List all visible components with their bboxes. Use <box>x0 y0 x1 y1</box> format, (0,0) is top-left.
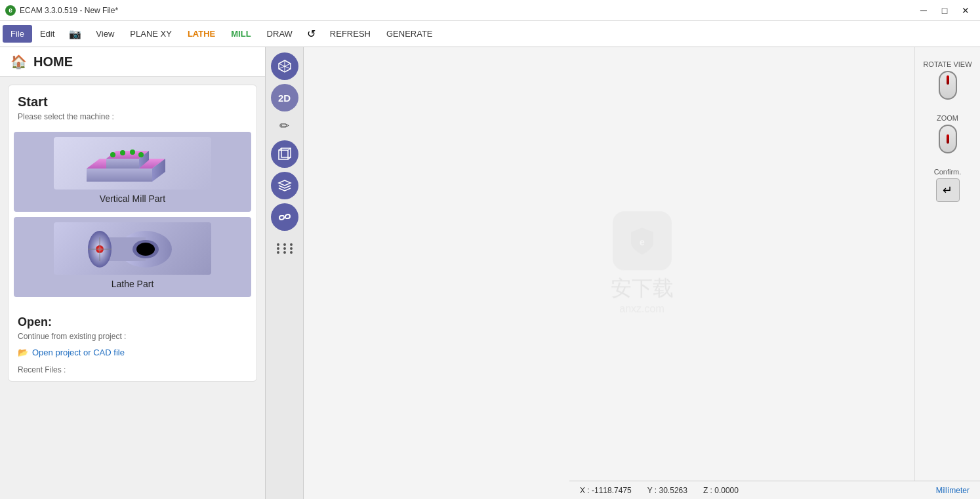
link-icon <box>277 210 292 224</box>
maximize-button[interactable]: □ <box>935 4 954 17</box>
app-icon <box>5 5 16 16</box>
box-icon <box>277 147 292 161</box>
rotate-view-group: ROTATE VIEW <box>923 60 971 104</box>
open-title: Open: <box>18 315 247 329</box>
menu-refresh-icon[interactable]: ↺ <box>300 24 322 44</box>
lathe-thumbnail <box>54 222 211 275</box>
svg-point-33 <box>290 247 293 250</box>
refresh-icon: ↺ <box>307 28 316 40</box>
svg-point-34 <box>277 251 279 254</box>
status-y: Y : 30.5263 <box>647 486 687 495</box>
rotate-view-label: ROTATE VIEW <box>923 60 971 68</box>
vertical-mill-thumbnail <box>54 137 211 190</box>
vertical-mill-label: Vertical Mill Part <box>100 192 165 207</box>
menu-file[interactable]: File <box>3 25 32 43</box>
box-tool-button[interactable] <box>271 140 298 168</box>
open-subtitle: Continue from existing project : <box>18 332 247 341</box>
vertical-mill-button[interactable]: Vertical Mill Part <box>14 132 251 212</box>
svg-point-35 <box>283 251 286 254</box>
menu-refresh[interactable]: REFRESH <box>322 25 378 43</box>
confirm-group: Confirm. ↵ <box>934 168 962 202</box>
svg-point-30 <box>290 243 293 246</box>
rotate-mouse-visual <box>936 71 960 104</box>
menu-edit[interactable]: Edit <box>32 25 62 43</box>
3d-view-button[interactable] <box>271 52 298 80</box>
start-title: Start <box>18 94 247 110</box>
svg-point-7 <box>120 150 125 155</box>
menu-view[interactable]: View <box>88 25 122 43</box>
card-header: Start Please select the machine : <box>9 85 256 132</box>
open-link-label: Open project or CAD file <box>32 348 125 357</box>
svg-point-28 <box>277 243 279 246</box>
svg-point-9 <box>138 152 144 157</box>
open-project-link[interactable]: 📂 Open project or CAD file <box>18 346 247 359</box>
home-icon: 🏠 <box>10 54 27 70</box>
svg-rect-22 <box>279 150 288 159</box>
lathe-part-button[interactable]: Lathe Part <box>14 217 251 297</box>
titlebar-title: ECAM 3.3.0.519 - New File* <box>20 6 118 15</box>
draw-tool-button[interactable]: ✏ <box>271 115 298 136</box>
menu-generate[interactable]: GENERATE <box>378 25 441 43</box>
camera-icon: 📷 <box>69 28 81 40</box>
zoom-mouse-visual <box>936 125 960 157</box>
menu-camera[interactable]: 📷 <box>62 24 88 44</box>
minimize-button[interactable]: ─ <box>914 4 933 17</box>
lathe-inner: Lathe Part <box>14 217 251 297</box>
start-card: Start Please select the machine : <box>8 85 257 382</box>
menu-mill[interactable]: MILL <box>223 25 258 43</box>
titlebar-left: ECAM 3.3.0.519 - New File* <box>5 5 118 16</box>
folder-icon: 📂 <box>18 348 28 357</box>
svg-point-36 <box>290 251 293 254</box>
svg-marker-1 <box>87 169 152 182</box>
titlebar: ECAM 3.3.0.519 - New File* ─ □ ✕ <box>0 0 980 21</box>
menu-planexy[interactable]: PLANE XY <box>122 25 180 43</box>
svg-text:e: e <box>640 237 645 247</box>
watermark: e 安下载 anxz.com <box>611 211 674 315</box>
menu-lathe[interactable]: LATHE <box>180 25 223 43</box>
pencil-icon: ✏ <box>279 119 289 133</box>
close-button[interactable]: ✕ <box>956 4 975 17</box>
svg-point-14 <box>136 243 155 256</box>
menubar: File Edit 📷 View PLANE XY LATHE MILL DRA… <box>0 21 980 47</box>
vertical-mill-inner: Vertical Mill Part <box>14 132 251 212</box>
svg-point-8 <box>130 150 135 155</box>
main-area: 🏠 HOME Start Please select the machine : <box>0 47 980 499</box>
right-controls: ROTATE VIEW ZOOM Confirm. <box>914 47 980 481</box>
svg-point-31 <box>277 247 279 250</box>
2d-view-button[interactable]: 2D <box>271 84 298 111</box>
left-panel: 🏠 HOME Start Please select the machine : <box>0 47 266 499</box>
home-header: 🏠 HOME <box>0 47 265 77</box>
svg-point-29 <box>283 243 286 246</box>
recent-label: Recent Files : <box>18 365 247 374</box>
grid-tool-button[interactable] <box>271 235 298 262</box>
lathe-part-label: Lathe Part <box>112 277 154 292</box>
vertical-mill-svg <box>60 139 205 188</box>
layers-icon <box>277 178 292 193</box>
zoom-label: ZOOM <box>937 114 958 122</box>
toolbar-strip: 2D ✏ <box>266 47 304 499</box>
svg-marker-4 <box>106 159 139 169</box>
menu-draw[interactable]: DRAW <box>259 25 300 43</box>
2d-label: 2D <box>278 92 291 104</box>
home-title: HOME <box>33 54 73 70</box>
status-x: X : -1118.7475 <box>580 486 632 495</box>
part-buttons: Vertical Mill Part <box>9 132 256 308</box>
unit-selector[interactable]: Millimeter <box>936 486 970 495</box>
layers-tool-button[interactable] <box>271 172 298 199</box>
link-tool-button[interactable] <box>271 203 298 231</box>
watermark-shield-icon: e <box>626 224 659 257</box>
start-subtitle: Please select the machine : <box>18 112 247 121</box>
canvas-area: e 安下载 anxz.com ROTATE VIEW ZOOM <box>304 47 980 499</box>
titlebar-controls: ─ □ ✕ <box>914 4 975 17</box>
enter-icon: ↵ <box>943 183 952 197</box>
svg-point-6 <box>110 152 115 157</box>
confirm-label: Confirm. <box>934 168 962 176</box>
grid-icon <box>275 241 295 256</box>
status-z: Z : 0.0000 <box>703 486 739 495</box>
open-section: Open: Continue from existing project : 📂… <box>9 315 256 381</box>
zoom-group: ZOOM <box>936 114 960 157</box>
confirm-button[interactable]: ↵ <box>936 178 960 202</box>
statusbar: X : -1118.7475 Y : 30.5263 Z : 0.0000 Mi… <box>569 481 980 499</box>
lathe-svg <box>60 224 205 273</box>
svg-point-32 <box>283 247 286 250</box>
